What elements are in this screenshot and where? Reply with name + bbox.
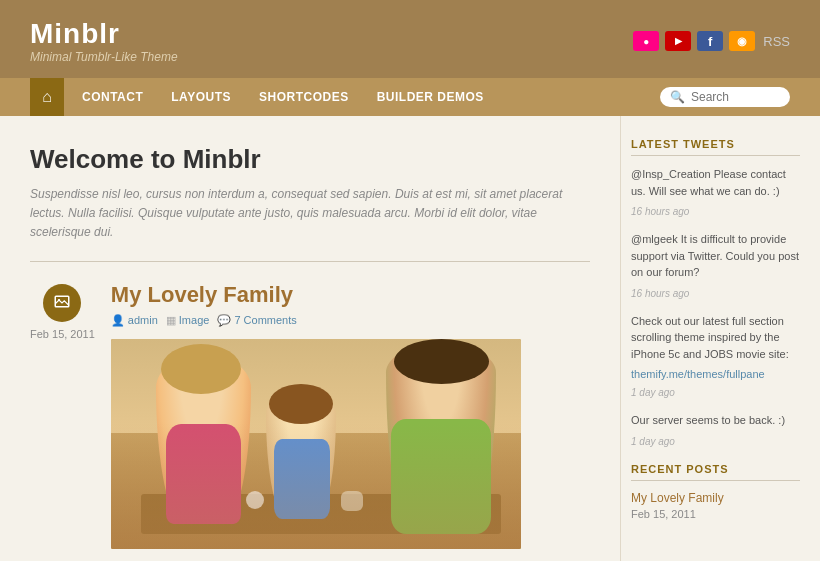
search-icon: 🔍 <box>670 90 685 104</box>
tweet-item: @mlgeek It is difficult to provide suppo… <box>631 231 800 301</box>
site-subtitle: Minimal Tumblr-Like Theme <box>30 50 178 64</box>
site-title: Minblr <box>30 18 178 50</box>
recent-post-title[interactable]: My Lovely Family <box>631 491 800 505</box>
rss-label: RSS <box>763 34 790 49</box>
youtube-icon[interactable]: ▶ <box>665 31 691 51</box>
nav-bar: ⌂ Contact Layouts Shortcodes Builder Dem… <box>0 78 820 116</box>
post-meta: 👤 admin ▦ Image 💬 7 Comments <box>111 314 590 327</box>
tweets-section-title: Latest Tweets <box>631 138 800 156</box>
tweet-time: 16 hours ago <box>631 206 689 217</box>
nav-contact[interactable]: Contact <box>68 78 157 116</box>
svg-point-1 <box>58 298 60 300</box>
welcome-text: Suspendisse nisl leo, cursus non interdu… <box>30 185 590 243</box>
nav-layouts[interactable]: Layouts <box>157 78 245 116</box>
content-area: Welcome to Minblr Suspendisse nisl leo, … <box>0 116 820 561</box>
tweet-text: Check out our latest full section scroll… <box>631 313 800 363</box>
category-name[interactable]: Image <box>179 314 210 326</box>
tweet-text: Our server seems to be back. :) <box>631 412 800 429</box>
nav-shortcodes[interactable]: Shortcodes <box>245 78 363 116</box>
author-icon: 👤 <box>111 314 125 327</box>
social-links: ● ▶ f ◉ RSS <box>633 31 790 51</box>
comments-count[interactable]: 7 Comments <box>234 314 296 326</box>
recent-post-date: Feb 15, 2011 <box>631 508 800 520</box>
comments-icon: 💬 <box>217 314 231 327</box>
tweet-text: @Insp_Creation Please contact us. Will s… <box>631 166 800 199</box>
author-name[interactable]: admin <box>128 314 158 326</box>
main-wrapper: Welcome to Minblr Suspendisse nisl leo, … <box>0 116 820 561</box>
tweet-time: 16 hours ago <box>631 288 689 299</box>
post-comments: 💬 7 Comments <box>217 314 296 327</box>
flickr-icon[interactable]: ● <box>633 31 659 51</box>
divider <box>30 261 590 262</box>
post-body: My Lovely Family 👤 admin ▦ Image 💬 7 C <box>111 282 590 549</box>
facebook-icon[interactable]: f <box>697 31 723 51</box>
post-author: 👤 admin <box>111 314 158 327</box>
post-image[interactable] <box>111 339 521 549</box>
recent-post-item: My Lovely Family Feb 15, 2011 <box>631 491 800 520</box>
search-input[interactable] <box>691 90 781 104</box>
tweet-text: @mlgeek It is difficult to provide suppo… <box>631 231 800 281</box>
tweet-item: @Insp_Creation Please contact us. Will s… <box>631 166 800 219</box>
rss-icon[interactable]: ◉ <box>729 31 755 51</box>
post-date: Feb 15, 2011 <box>30 328 95 340</box>
search-box[interactable]: 🔍 <box>660 87 790 107</box>
sidebar: Latest Tweets @Insp_Creation Please cont… <box>620 116 820 561</box>
post-type-icon <box>43 284 81 322</box>
nav-builder-demos[interactable]: Builder Demos <box>363 78 498 116</box>
post-date-col: Feb 15, 2011 <box>30 282 95 549</box>
post-category: ▦ Image <box>166 314 210 327</box>
site-branding: Minblr Minimal Tumblr-Like Theme <box>30 18 178 64</box>
welcome-title: Welcome to Minblr <box>30 144 590 175</box>
tweet-time: 1 day ago <box>631 387 675 398</box>
nav-links: ⌂ Contact Layouts Shortcodes Builder Dem… <box>30 78 498 116</box>
post-title[interactable]: My Lovely Family <box>111 282 590 308</box>
post: Feb 15, 2011 My Lovely Family 👤 admin ▦ … <box>30 282 590 549</box>
header: Minblr Minimal Tumblr-Like Theme ● ▶ f ◉… <box>0 0 820 78</box>
tweet-link[interactable]: themify.me/themes/fullpane <box>631 368 765 380</box>
tweet-item: Our server seems to be back. :) 1 day ag… <box>631 412 800 449</box>
main-content: Welcome to Minblr Suspendisse nisl leo, … <box>0 116 620 561</box>
category-icon: ▦ <box>166 314 176 327</box>
tweet-item: Check out our latest full section scroll… <box>631 313 800 401</box>
tweet-time: 1 day ago <box>631 436 675 447</box>
home-nav-button[interactable]: ⌂ <box>30 78 64 116</box>
recent-posts-section-title: Recent Posts <box>631 463 800 481</box>
